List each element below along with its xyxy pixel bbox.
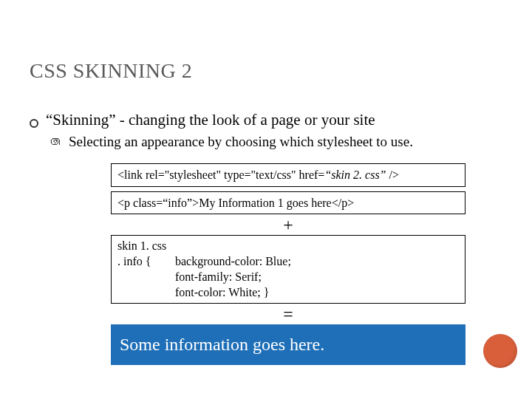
code-snippet-p: <p class=“info”>My Information 1 goes he…: [111, 191, 466, 215]
bullet-level1: “Skinning” - changing the look of a page…: [30, 111, 502, 129]
code-text-prefix: <link rel="stylesheet" type="text/css" h…: [117, 168, 324, 181]
code-snippet-link: <link rel="stylesheet" type="text/css" h…: [111, 163, 466, 187]
result-preview: Some information goes here.: [111, 324, 466, 365]
css-snippet: skin 1. css . info { background-color: B…: [111, 235, 466, 304]
bullet-text: “Skinning” - changing the look of a page…: [46, 111, 375, 129]
sub-bullet-text: Selecting an appearance by choosing whic…: [69, 134, 413, 150]
code-text-p: <p class=“info”>My Information 1 goes he…: [117, 197, 354, 209]
css-filename: skin 1. css: [117, 239, 459, 254]
result-text: Some information goes here.: [120, 335, 324, 354]
decorative-dot-icon: [483, 334, 517, 368]
bullet-level2: ෧ Selecting an appearance by choosing wh…: [50, 134, 502, 150]
css-rule-3: font-color: White; }: [175, 285, 459, 301]
css-rule-1: background-color: Blue;: [175, 254, 459, 270]
css-rule-2: font-family: Serif;: [175, 270, 459, 285]
code-text-suffix: />: [386, 168, 399, 181]
code-text-href: “skin 2. css”: [324, 168, 386, 181]
slide-title: CSS SKINNING 2: [30, 59, 502, 83]
css-selector: . info {: [117, 254, 175, 270]
equals-symbol: =: [111, 305, 466, 323]
swirl-bullet-icon: ෧: [50, 134, 63, 150]
plus-symbol: +: [111, 216, 466, 233]
circle-bullet-icon: [30, 119, 38, 128]
